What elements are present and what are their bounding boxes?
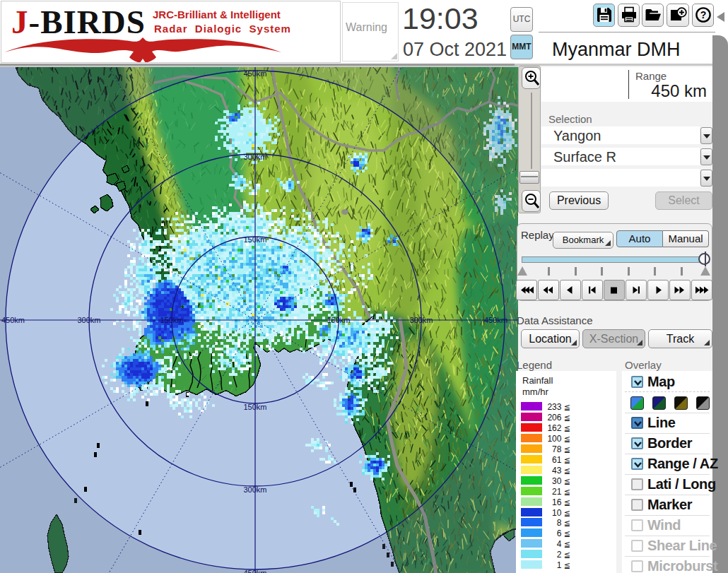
svg-text:300km: 300km bbox=[243, 485, 266, 494]
svg-text:300km: 300km bbox=[77, 316, 100, 324]
svg-text:150km: 150km bbox=[327, 316, 350, 324]
svg-text:150km: 150km bbox=[160, 316, 183, 324]
svg-text:450km: 450km bbox=[484, 316, 507, 324]
svg-text:450km: 450km bbox=[243, 69, 266, 78]
svg-text:300km: 300km bbox=[243, 153, 266, 161]
svg-text:150km: 150km bbox=[243, 235, 266, 244]
svg-text:450km: 450km bbox=[243, 569, 266, 573]
svg-text:450km: 450km bbox=[1, 316, 25, 324]
svg-text:?: ? bbox=[700, 9, 707, 20]
svg-text:150km: 150km bbox=[243, 403, 266, 411]
svg-text:300km: 300km bbox=[409, 316, 433, 324]
